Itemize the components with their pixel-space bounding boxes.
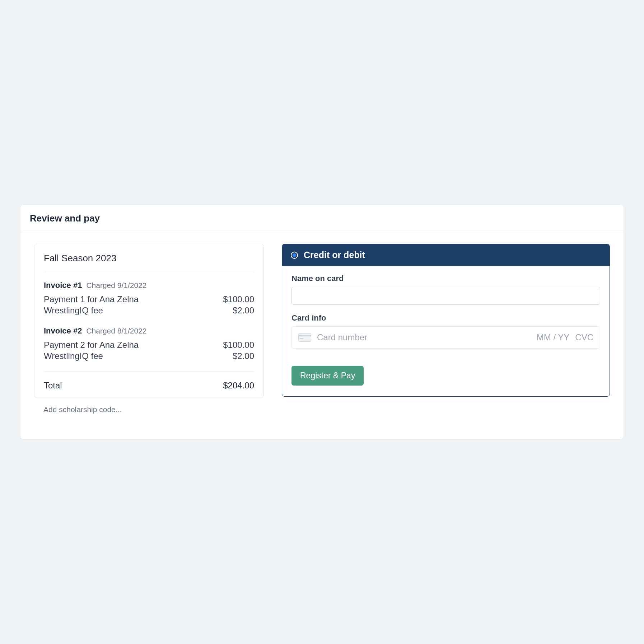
invoice-block: Invoice #2 Charged 8/1/2022 Payment 2 fo… [44, 326, 254, 361]
panel-content: Fall Season 2023 Invoice #1 Charged 9/1/… [20, 232, 624, 439]
svg-rect-0 [299, 333, 311, 342]
summary-title: Fall Season 2023 [44, 253, 254, 272]
card-expiry-placeholder: MM / YY [537, 332, 570, 342]
invoice-header: Invoice #1 Charged 9/1/2022 [44, 281, 254, 290]
summary-card: Fall Season 2023 Invoice #1 Charged 9/1/… [34, 244, 264, 398]
payment-column: Credit or debit Name on card Card info [282, 244, 610, 414]
payment-card: Credit or debit Name on card Card info [282, 244, 610, 397]
payment-method-header[interactable]: Credit or debit [282, 244, 610, 266]
invoice-charged-date: Charged 9/1/2022 [86, 281, 146, 290]
payment-method-label: Credit or debit [304, 250, 365, 260]
credit-card-icon [298, 333, 311, 342]
line-desc: Payment 1 for Ana Zelna [44, 294, 139, 305]
line-desc: WrestlingIQ fee [44, 305, 103, 316]
card-number-placeholder: Card number [317, 332, 531, 342]
line-item: Payment 2 for Ana Zelna $100.00 [44, 339, 254, 350]
line-desc: Payment 2 for Ana Zelna [44, 339, 139, 350]
line-item: WrestlingIQ fee $2.00 [44, 350, 254, 361]
payment-body: Name on card Card info Card number M [282, 266, 610, 396]
line-amount: $2.00 [233, 350, 254, 361]
total-amount: $204.00 [223, 381, 254, 391]
panel-header: Review and pay [20, 205, 624, 232]
line-amount: $100.00 [223, 339, 254, 350]
card-info-label: Card info [291, 313, 600, 323]
radio-selected-icon [291, 252, 298, 259]
svg-rect-1 [299, 335, 311, 336]
invoice-header: Invoice #2 Charged 8/1/2022 [44, 326, 254, 336]
card-cvc-placeholder: CVC [575, 332, 593, 342]
total-row: Total $204.00 [44, 372, 254, 391]
review-pay-panel: Review and pay Fall Season 2023 Invoice … [20, 205, 624, 439]
invoice-label: Invoice #1 [44, 281, 82, 290]
total-label: Total [44, 381, 62, 391]
invoice-charged-date: Charged 8/1/2022 [86, 327, 146, 335]
invoice-label: Invoice #2 [44, 326, 82, 336]
svg-rect-2 [300, 338, 303, 339]
line-amount: $2.00 [233, 305, 254, 316]
name-on-card-label: Name on card [291, 274, 600, 283]
invoice-block: Invoice #1 Charged 9/1/2022 Payment 1 fo… [44, 281, 254, 316]
name-on-card-input[interactable] [291, 287, 600, 305]
page-title: Review and pay [30, 213, 614, 224]
line-item: Payment 1 for Ana Zelna $100.00 [44, 294, 254, 305]
line-item: WrestlingIQ fee $2.00 [44, 305, 254, 316]
line-desc: WrestlingIQ fee [44, 350, 103, 361]
add-scholarship-link[interactable]: Add scholarship code... [43, 405, 122, 414]
summary-column: Fall Season 2023 Invoice #1 Charged 9/1/… [34, 244, 264, 414]
card-info-input[interactable]: Card number MM / YY CVC [291, 326, 600, 349]
register-pay-button[interactable]: Register & Pay [291, 366, 364, 386]
line-amount: $100.00 [223, 294, 254, 305]
